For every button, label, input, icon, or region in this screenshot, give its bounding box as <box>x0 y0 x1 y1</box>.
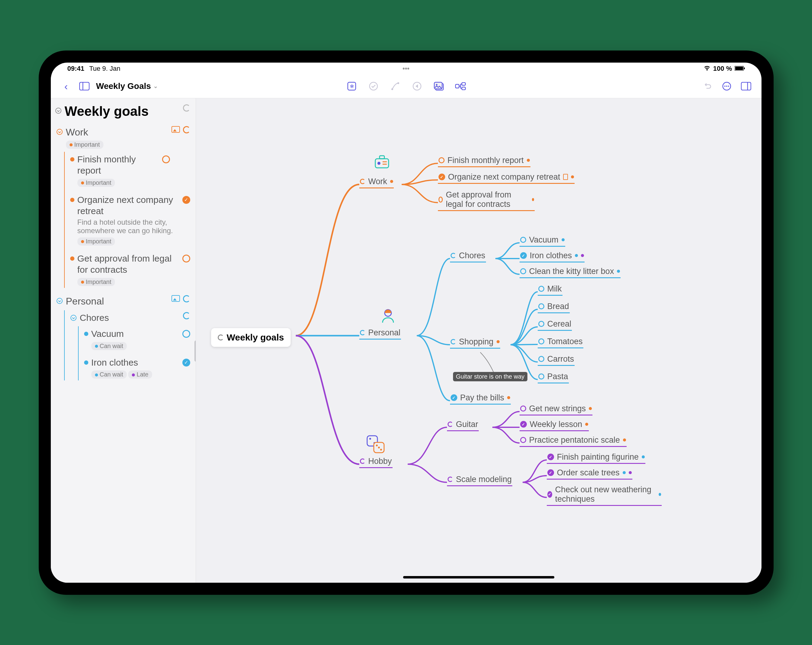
bullet-icon <box>70 198 75 202</box>
tag-important[interactable]: Important <box>78 237 115 245</box>
task-done-icon[interactable]: ✓ <box>182 358 190 366</box>
tag-dot <box>642 455 645 458</box>
mm-node[interactable]: ✓Iron clothes <box>520 250 585 262</box>
task-done-icon[interactable]: ✓ <box>520 421 527 428</box>
task-button[interactable] <box>367 80 380 93</box>
tag-canwait[interactable]: Can wait <box>91 371 127 378</box>
progress-icon <box>183 295 190 302</box>
task-circle-icon[interactable] <box>538 303 544 310</box>
task-done-icon[interactable]: ✓ <box>520 252 527 259</box>
tag-important[interactable]: Important <box>66 140 104 149</box>
svg-text:✻: ✻ <box>350 84 354 89</box>
note-icon <box>563 174 568 180</box>
mm-node[interactable]: Carrots <box>538 353 575 366</box>
mm-node[interactable]: Tomatoes <box>538 335 583 348</box>
mm-node-hobby[interactable]: Hobby <box>359 455 392 468</box>
mm-node[interactable]: ✓Weekly lesson <box>520 418 589 431</box>
outline-node-work[interactable]: Work <box>66 126 168 138</box>
tag-important[interactable]: Important <box>78 179 115 187</box>
task-circle-icon[interactable] <box>520 237 526 243</box>
mm-node[interactable]: Vacuum <box>520 234 565 247</box>
progress-icon <box>447 422 453 427</box>
mm-node[interactable]: Get new strings <box>520 403 593 415</box>
task-circle-icon[interactable] <box>520 437 526 443</box>
mm-node-personal[interactable]: Personal <box>359 327 401 340</box>
focus-button[interactable] <box>411 80 423 93</box>
outline-title[interactable]: Weekly goals <box>65 104 180 118</box>
outline-node[interactable]: Iron clothes <box>91 357 179 368</box>
collapse-icon[interactable] <box>56 297 63 305</box>
outline-node[interactable]: Organize next company retreat <box>78 194 179 217</box>
task-circle-icon[interactable] <box>162 156 170 163</box>
task-circle-icon[interactable] <box>538 321 544 327</box>
mm-node[interactable]: ✓Finish painting figurine <box>547 451 646 464</box>
mm-node-chores[interactable]: Chores <box>450 250 486 262</box>
mm-node-scale[interactable]: Scale modeling <box>447 474 513 486</box>
home-indicator[interactable] <box>403 576 554 578</box>
task-circle-icon[interactable] <box>520 406 526 412</box>
inspector-toggle-button[interactable] <box>740 80 752 93</box>
mm-node-work[interactable]: Work <box>359 176 394 188</box>
outline-node[interactable]: Vacuum <box>91 328 179 340</box>
task-done-icon[interactable]: ✓ <box>547 491 552 498</box>
task-circle-icon[interactable] <box>538 339 544 345</box>
mm-node[interactable]: Bread <box>538 300 570 313</box>
outline-node[interactable]: Finish monthly report <box>78 154 159 176</box>
task-circle-icon[interactable] <box>538 286 544 292</box>
mm-node[interactable]: ✓Check out new weathering techniques <box>547 484 662 506</box>
undo-button[interactable] <box>701 80 714 93</box>
svg-point-26 <box>71 315 76 320</box>
mm-node[interactable]: Practice pentatonic scale <box>520 434 627 447</box>
mm-node[interactable]: ✓Organize next company retreat <box>438 171 575 184</box>
mindmap-canvas[interactable]: Weekly goals Work Finish monthly report … <box>196 98 762 583</box>
svg-rect-2 <box>744 67 745 69</box>
sidebar-toggle-button[interactable] <box>78 80 91 93</box>
mm-node-paybills[interactable]: ✓Pay the bills <box>450 392 511 405</box>
mm-node[interactable]: Pasta <box>538 371 569 383</box>
task-done-icon[interactable]: ✓ <box>547 469 554 476</box>
task-done-icon[interactable]: ✓ <box>438 174 445 180</box>
mm-node[interactable]: Clean the kitty litter box <box>520 265 621 278</box>
multitask-dots[interactable]: ••• <box>403 65 409 73</box>
mm-node-shopping[interactable]: Shopping <box>450 336 500 349</box>
task-circle-icon[interactable] <box>438 157 444 163</box>
task-circle-icon[interactable] <box>438 197 443 203</box>
image-button[interactable] <box>432 80 445 93</box>
tag-dot <box>659 493 661 496</box>
mm-node[interactable]: ✓Order scale trees <box>547 467 632 480</box>
outline-node-personal[interactable]: Personal <box>66 295 168 307</box>
task-circle-icon[interactable] <box>182 255 190 262</box>
style-button[interactable]: ✻ <box>345 80 358 93</box>
mm-node[interactable]: Cereal <box>538 318 572 331</box>
connect-button[interactable] <box>389 80 401 93</box>
mm-node[interactable]: Milk <box>538 283 563 296</box>
task-done-icon[interactable]: ✓ <box>547 454 554 460</box>
mm-node[interactable]: Finish monthly report <box>438 154 530 167</box>
tag-important[interactable]: Important <box>78 278 115 286</box>
tag-late[interactable]: Late <box>128 371 152 378</box>
outline-sidebar[interactable]: Weekly goals Work Imp <box>51 98 196 583</box>
mm-node[interactable]: Get approval from legal for contracts <box>438 189 535 211</box>
outline-node-chores[interactable]: Chores <box>80 312 180 323</box>
tag-canwait[interactable]: Can wait <box>91 342 127 350</box>
task-done-icon[interactable]: ✓ <box>182 196 190 204</box>
outline-note[interactable]: Find a hotel outside the city, somewhere… <box>78 218 179 235</box>
collapse-icon[interactable] <box>70 314 77 322</box>
task-circle-icon[interactable] <box>538 356 544 362</box>
mm-node-guitar[interactable]: Guitar <box>447 418 479 431</box>
task-circle-icon[interactable] <box>182 330 190 338</box>
document-title[interactable]: Weekly Goals ⌄ <box>96 81 158 91</box>
annotation-tooltip[interactable]: Guitar store is on the way <box>453 372 528 381</box>
back-button[interactable]: ‹ <box>60 80 73 93</box>
bullet-icon <box>84 332 88 336</box>
task-circle-icon[interactable] <box>538 374 544 380</box>
outline-node[interactable]: Get approval from legal for contracts <box>78 253 179 276</box>
more-button[interactable] <box>720 80 733 93</box>
layout-button[interactable] <box>454 80 467 93</box>
mm-root-node[interactable]: Weekly goals <box>211 328 291 347</box>
collapse-icon[interactable] <box>55 107 62 115</box>
task-circle-icon[interactable] <box>520 268 526 274</box>
tag-dot <box>589 407 592 410</box>
collapse-icon[interactable] <box>56 128 63 136</box>
task-done-icon[interactable]: ✓ <box>450 394 457 401</box>
